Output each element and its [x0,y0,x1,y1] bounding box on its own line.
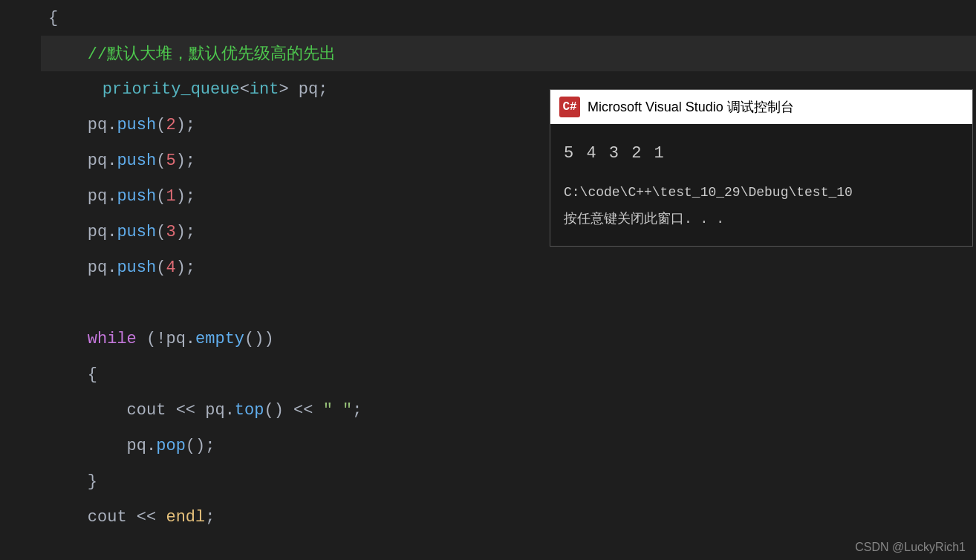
code-line-2: //默认大堆，默认优先级高的先出 [41,36,976,71]
code-line-12: cout << pq.top() << " "; [41,392,976,428]
popup-path: C:\code\C++\test_10_29\Debug\test_10 [564,180,959,204]
code-line-9 [41,285,976,321]
code-text: pq. [48,152,117,170]
line-num-12 [0,392,35,428]
popup-output: 5 4 3 2 1 [564,139,959,169]
editor-area: { //默认大堆，默认优先级高的先出 priority_queue<int> p… [0,0,976,560]
debug-console-popup: C# Microsoft Visual Studio 调试控制台 5 4 3 2… [550,89,973,247]
code-text: } [48,472,97,491]
code-line-13: pq.pop(); [41,428,976,463]
popup-app-icon: C# [559,97,580,117]
line-num-6 [0,178,35,214]
code-text: { [48,365,97,384]
line-num-4 [0,107,35,143]
popup-body: 5 4 3 2 1 C:\code\C++\test_10_29\Debug\t… [550,124,972,246]
line-num-3 [0,71,35,107]
line-num-11 [0,356,35,392]
code-line-15: cout << endl; [41,499,976,535]
popup-close-hint: 按任意键关闭此窗口. . . [564,207,959,231]
code-text: pq. [48,258,117,277]
line-num-9 [0,285,35,321]
line-num-8 [0,250,35,285]
line-num-14 [0,463,35,499]
code-text: { [48,9,58,27]
code-content: { //默认大堆，默认优先级高的先出 priority_queue<int> p… [41,0,976,560]
code-line-10: − while (!pq.empty()) [41,321,976,356]
code-line-8: pq.push(4); [41,250,976,285]
line-num-10 [0,321,35,356]
popup-title: Microsoft Visual Studio 调试控制台 [588,98,794,116]
line-gutter [0,0,41,560]
code-text: cout << [48,508,166,527]
while-keyword: while [48,330,137,348]
line-num-5 [0,143,35,178]
line-num-2 [0,36,35,71]
watermark: CSDN @LuckyRich1 [855,541,966,554]
code-text: //默认大堆，默认优先级高的先出 [48,42,336,65]
line-num-7 [0,214,35,250]
code-text: pq. [48,223,117,241]
code-text: pq. [48,116,117,134]
code-text: pq. [48,437,156,455]
code-line-14: } [41,463,976,499]
code-line-11: { [41,356,976,392]
popup-titlebar: C# Microsoft Visual Studio 调试控制台 [550,90,972,124]
line-num-13 [0,428,35,463]
code-text: pq. [48,187,117,206]
line-num-15 [0,499,35,535]
code-text: cout << pq. [48,401,235,420]
code-line-1: { [41,0,976,36]
code-text: priority_queue [63,80,240,99]
line-num-1 [0,0,35,36]
